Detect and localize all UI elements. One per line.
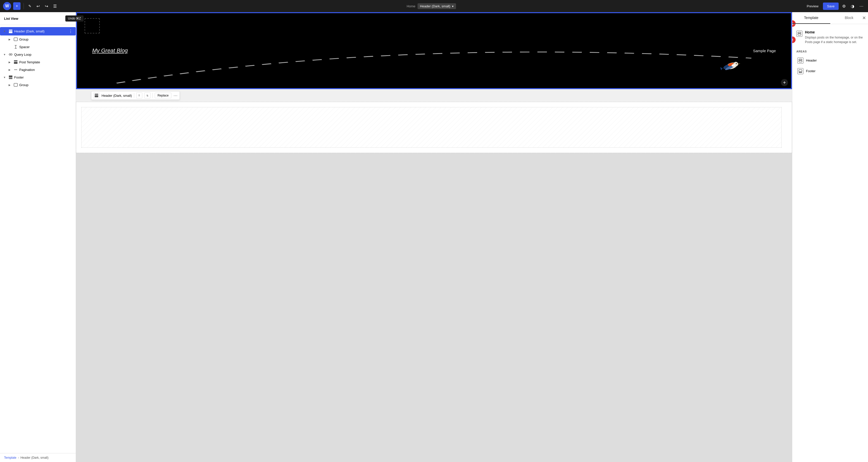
block-toolbar-wrapper: Header (Dark, small) ⠿ ⇅ Replace ⋯ xyxy=(76,89,792,102)
main-layout: List View ✕ Header (Dark, small) ⋮ Group xyxy=(0,12,868,462)
pattern-svg xyxy=(82,107,781,147)
template-selector[interactable]: Header (Dark, small) xyxy=(417,3,456,9)
save-button[interactable]: Save xyxy=(823,3,839,10)
undo-button[interactable]: ↩ Undo ⌘Z xyxy=(35,2,41,10)
area-footer-label: Footer xyxy=(806,69,815,73)
svg-rect-28 xyxy=(799,59,802,60)
svg-rect-26 xyxy=(798,32,801,33)
sidebar-item-spacer[interactable]: Spacer xyxy=(0,43,76,51)
svg-point-7 xyxy=(14,69,15,70)
svg-rect-25 xyxy=(82,107,781,147)
svg-rect-22 xyxy=(95,94,98,95)
area-item-header[interactable]: Header xyxy=(796,55,864,66)
sidebar-title: List View xyxy=(4,17,18,21)
add-block-button[interactable]: + xyxy=(13,2,21,10)
toggle-post-template[interactable] xyxy=(7,60,12,65)
sidebar-item-group-2[interactable]: Group xyxy=(0,81,76,89)
bird-illustration xyxy=(718,57,740,75)
breadcrumb-separator: › xyxy=(18,456,19,459)
query-loop-icon xyxy=(8,52,13,57)
sidebar-item-pagination-label: Pagination xyxy=(19,68,74,72)
tab-template[interactable]: Template xyxy=(792,12,830,24)
sidebar-item-header-dark[interactable]: Header (Dark, small) ⋮ xyxy=(0,27,76,35)
sidebar-item-query-loop[interactable]: Query Loop xyxy=(0,51,76,58)
sidebar-item-footer[interactable]: Footer xyxy=(0,73,76,81)
svg-rect-5 xyxy=(14,60,18,61)
chevron-down-icon xyxy=(452,4,454,8)
preview-button[interactable]: Preview xyxy=(804,3,821,10)
svg-rect-23 xyxy=(95,95,98,97)
svg-rect-6 xyxy=(14,62,18,64)
sidebar-item-group-1-label: Group xyxy=(19,37,74,41)
breadcrumb-root[interactable]: Template xyxy=(4,456,17,459)
toggle-group-1[interactable] xyxy=(7,37,12,42)
dashed-placeholder xyxy=(85,18,100,33)
right-panel-tabs: Template Block ✕ xyxy=(792,12,868,24)
area-item-footer[interactable]: Footer xyxy=(796,66,864,76)
block-options-button[interactable]: ⋯ xyxy=(174,93,178,98)
toggle-query-loop[interactable] xyxy=(2,52,7,57)
toggle-group-2[interactable] xyxy=(7,82,12,87)
list-view-button[interactable]: ☰ xyxy=(52,2,58,10)
wp-logo: W xyxy=(3,2,11,10)
svg-point-20 xyxy=(736,63,737,64)
footer-template-icon xyxy=(8,75,13,80)
right-panel-close-button[interactable]: ✕ xyxy=(862,15,866,21)
sidebar-item-pagination[interactable]: Pagination xyxy=(0,66,76,73)
svg-marker-17 xyxy=(720,67,723,70)
svg-rect-0 xyxy=(9,30,12,31)
toggle-header-dark[interactable] xyxy=(2,29,7,34)
template-home-item: Home Displays posts on the homepage, or … xyxy=(796,28,864,47)
svg-rect-31 xyxy=(799,72,802,73)
right-panel: 1 2 Template Block ✕ Home Displays posts… xyxy=(792,12,868,462)
canvas-area: My Great Blog Sample Page xyxy=(76,12,792,462)
sidebar-breadcrumb: Template › Header (Dark, small) xyxy=(0,453,76,462)
svg-rect-27 xyxy=(798,34,801,35)
undo-tooltip: Undo ⌘Z xyxy=(65,16,83,22)
area-header-icon xyxy=(797,58,803,64)
redo-button[interactable]: ↪ xyxy=(43,2,50,10)
header-block[interactable]: My Great Blog Sample Page xyxy=(76,13,792,89)
sidebar-item-post-template[interactable]: Post Template xyxy=(0,58,76,66)
svg-point-8 xyxy=(16,69,16,70)
more-options-button[interactable]: ⋯ xyxy=(858,2,865,10)
edit-mode-button[interactable]: ✎ xyxy=(27,3,33,10)
query-loop-area xyxy=(76,102,792,153)
areas-label: AREAS xyxy=(796,50,864,53)
toolbar-center: Home Header (Dark, small) xyxy=(60,3,802,9)
settings-button[interactable]: ⚙ xyxy=(841,2,847,10)
sidebar-header: List View ✕ xyxy=(0,12,76,25)
header-block-outer: My Great Blog Sample Page xyxy=(76,12,792,89)
block-toolbar: Header (Dark, small) ⠿ ⇅ Replace ⋯ xyxy=(91,91,180,100)
toolbar-right: Preview Save ⚙ ◑ ⋯ xyxy=(804,2,865,10)
toggle-footer[interactable] xyxy=(2,75,7,80)
toggle-pagination[interactable] xyxy=(7,67,12,72)
add-block-canvas-button[interactable]: + xyxy=(781,79,788,86)
sidebar-item-group-2-label: Group xyxy=(19,83,74,87)
svg-rect-29 xyxy=(799,61,802,62)
svg-rect-10 xyxy=(9,75,12,78)
canvas-scroll[interactable]: My Great Blog Sample Page xyxy=(76,12,792,462)
bird-svg xyxy=(718,57,740,75)
move-arrows-button[interactable]: ⇅ xyxy=(144,92,150,98)
block-toolbar-name: Header (Dark, small) xyxy=(101,94,132,97)
toolbar-separator-1 xyxy=(24,3,24,9)
toolbar: W + ✎ ↩ Undo ⌘Z ↪ ☰ Home Header (Dark, s… xyxy=(0,0,868,12)
group-icon xyxy=(13,37,18,42)
breadcrumb-current: Header (Dark, small) xyxy=(21,456,49,459)
blog-title[interactable]: My Great Blog xyxy=(92,48,128,54)
sidebar-item-group-1[interactable]: Group xyxy=(0,35,76,43)
drag-handle-button[interactable]: ⠿ xyxy=(136,92,142,98)
svg-marker-19 xyxy=(738,63,740,65)
sidebar-item-footer-label: Footer xyxy=(14,75,74,79)
theme-toggle-button[interactable]: ◑ xyxy=(849,2,856,10)
sidebar-tree: Header (Dark, small) ⋮ Group Spacer xyxy=(0,25,76,453)
spacer-icon xyxy=(13,44,18,50)
area-header-label: Header xyxy=(806,59,817,62)
header-dark-menu-icon[interactable]: ⋮ xyxy=(68,28,74,34)
svg-point-9 xyxy=(17,69,17,70)
group-2-icon xyxy=(13,82,18,87)
replace-button[interactable]: Replace xyxy=(155,93,172,98)
toolbar-breadcrumb-home: Home xyxy=(407,4,415,8)
post-template-icon xyxy=(13,60,18,65)
